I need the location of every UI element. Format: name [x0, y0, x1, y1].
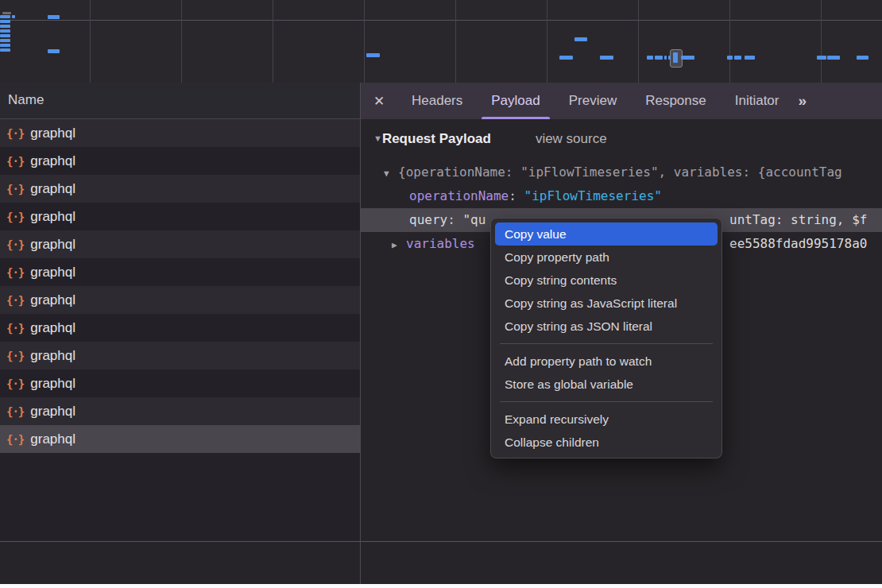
tab-headers[interactable]: Headers [408, 83, 466, 119]
tab-response[interactable]: Response [642, 83, 710, 119]
context-menu: Copy valueCopy property pathCopy string … [490, 218, 722, 458]
overview-gridline [547, 0, 547, 83]
request-name-label: graphql [30, 237, 75, 253]
network-overview-timeline[interactable] [0, 0, 882, 83]
colon: : [509, 188, 516, 203]
tab-preview[interactable]: Preview [566, 83, 620, 119]
overview-gridline [638, 0, 639, 83]
menu-item-copy-string-as-json-literal[interactable]: Copy string as JSON literal [491, 315, 721, 338]
tab-payload[interactable]: Payload [488, 83, 543, 119]
tree-row-operation-name[interactable]: operationName: "ipFlowTimeseries" [361, 184, 882, 208]
request-name-label: graphql [30, 265, 75, 280]
view-source-link[interactable]: view source [536, 131, 607, 146]
request-row-graphql[interactable]: {·}graphql [0, 119, 360, 147]
collapse-triangle-icon[interactable]: ▼ [373, 133, 382, 143]
column-header-label: Name [8, 92, 44, 108]
request-row-graphql[interactable]: {·}graphql [0, 203, 360, 230]
request-row-graphql[interactable]: {·}graphql [0, 286, 360, 314]
request-timeline-bar [0, 48, 10, 52]
request-row-graphql[interactable]: {·}graphql [0, 258, 360, 286]
menu-separator [500, 343, 713, 344]
property-key: variables [406, 236, 475, 251]
request-row-graphql[interactable]: {·}graphql [0, 314, 360, 342]
request-timeline-bar [559, 56, 573, 60]
request-timeline-bar [734, 56, 741, 60]
request-row-graphql[interactable]: {·}graphql [0, 397, 360, 425]
request-row-graphql[interactable]: {·}graphql [0, 342, 360, 369]
overview-gridline [729, 0, 730, 83]
panel-vertical-divider[interactable] [360, 83, 361, 584]
request-row-graphql[interactable]: {·}graphql [0, 425, 360, 453]
menu-item-expand-recursively[interactable]: Expand recursively [491, 408, 721, 431]
request-timeline-bar [48, 15, 60, 19]
devtools-network-panel: Name ✕ HeadersPayloadPreviewResponseInit… [0, 0, 882, 588]
request-name-label: graphql [30, 320, 75, 336]
request-timeline-bar [827, 56, 840, 60]
request-payload-header: ▼Request Payloadview source [373, 131, 607, 147]
request-timeline-bar [0, 34, 10, 37]
overview-gridline [364, 0, 365, 83]
colon: : [447, 212, 455, 227]
request-row-graphql[interactable]: {·}graphql [0, 175, 360, 203]
page-edge [0, 584, 882, 588]
collapse-triangle-icon[interactable]: ▼ [384, 162, 398, 184]
request-name-label: graphql [30, 209, 75, 225]
overview-gridline [455, 0, 456, 83]
overview-gridline [181, 0, 182, 83]
request-timeline-bar [681, 56, 694, 60]
request-timeline-bar [0, 20, 10, 23]
menu-item-collapse-children[interactable]: Collapse children [491, 431, 721, 454]
more-tabs-icon[interactable]: » [798, 92, 805, 110]
property-value: "ipFlowTimeseries" [524, 188, 662, 203]
request-name-label: graphql [30, 376, 75, 392]
request-name-label: graphql [30, 348, 75, 364]
request-name-label: graphql [30, 181, 75, 197]
menu-item-store-as-global-variable[interactable]: Store as global variable [491, 373, 721, 396]
menu-item-copy-property-path[interactable]: Copy property path [491, 246, 721, 269]
request-row-graphql[interactable]: {·}graphql [0, 369, 360, 397]
request-timeline-bar [600, 56, 613, 60]
json-request-icon: {·} [6, 350, 24, 362]
request-name-label: graphql [30, 292, 75, 308]
request-name-label: graphql [30, 126, 75, 141]
request-name-label: graphql [30, 153, 75, 169]
property-value-left: "qu [462, 212, 485, 227]
menu-item-copy-value[interactable]: Copy value [495, 222, 718, 246]
menu-separator [500, 401, 713, 402]
requests-column-header[interactable]: Name [0, 83, 360, 119]
menu-item-copy-string-as-javascript-literal[interactable]: Copy string as JavaScript literal [491, 292, 721, 315]
request-timeline-bar [647, 56, 653, 60]
request-timeline-bar [0, 29, 10, 33]
tab-label: Preview [569, 93, 617, 108]
json-request-icon: {·} [6, 377, 24, 390]
json-request-icon: {·} [6, 322, 24, 335]
tab-initiator[interactable]: Initiator [732, 83, 783, 119]
json-request-icon: {·} [6, 127, 24, 140]
json-request-icon: {·} [6, 155, 24, 168]
request-timeline-bar [0, 39, 10, 42]
request-row-graphql[interactable]: {·}graphql [0, 147, 360, 175]
request-timeline-bar [0, 44, 10, 47]
menu-item-copy-string-contents[interactable]: Copy string contents [491, 269, 721, 292]
tab-label: Headers [412, 93, 462, 108]
panel-horizontal-divider [0, 541, 882, 542]
menu-item-add-property-path-to-watch[interactable]: Add property path to watch [491, 350, 721, 373]
tree-row-object-preview[interactable]: ▼{operationName: "ipFlowTimeseries", var… [361, 161, 882, 184]
request-timeline-bar [745, 56, 755, 60]
request-timeline-bar [655, 56, 663, 60]
close-icon[interactable]: ✕ [361, 93, 397, 110]
request-name-label: graphql [30, 431, 75, 447]
tab-label: Payload [491, 93, 540, 108]
request-name-label: graphql [30, 404, 75, 420]
overview-gridline [821, 0, 822, 83]
request-timeline-bar [0, 15, 10, 18]
expand-triangle-icon[interactable]: ▶ [392, 234, 406, 256]
json-request-icon: {·} [6, 211, 24, 223]
request-row-graphql[interactable]: {·}graphql [0, 230, 360, 258]
details-tab-bar: ✕ HeadersPayloadPreviewResponseInitiator… [361, 83, 882, 119]
property-value-right: ee5588fdad995178a0 [729, 232, 867, 256]
json-request-icon: {·} [6, 405, 24, 418]
request-timeline-bar [857, 56, 868, 60]
request-list: {·}graphql{·}graphql{·}graphql{·}graphql… [0, 119, 360, 541]
request-timeline-bar [366, 53, 380, 57]
